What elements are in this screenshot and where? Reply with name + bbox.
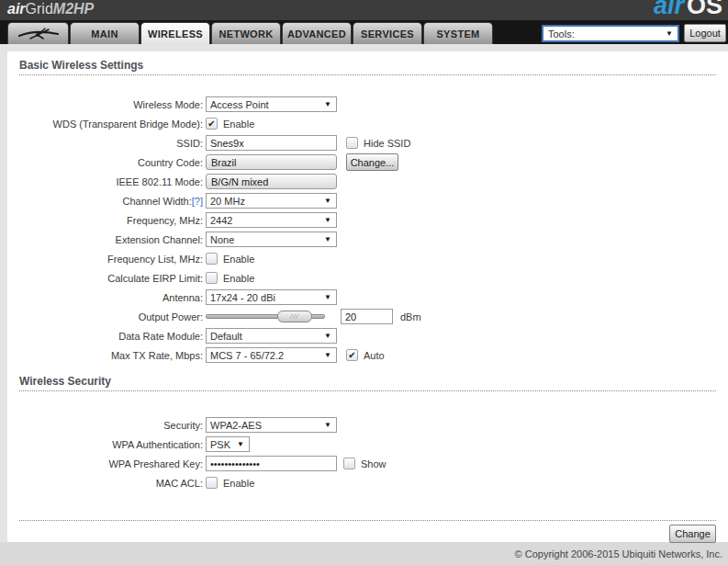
output-power-label: Output Power:	[19, 311, 203, 322]
chevron-down-icon: ▼	[324, 216, 331, 224]
mac-acl-checkbox[interactable]	[206, 477, 218, 489]
extension-channel-label: Extension Channel:	[19, 234, 203, 245]
device-brand-logo: airGridM2HP	[7, 1, 94, 17]
tab-home-logo[interactable]	[7, 22, 69, 44]
page-footer: © Copyright 2006-2015 Ubiquiti Networks,…	[0, 542, 728, 565]
channel-width-help-link[interactable]: [?]	[192, 196, 203, 207]
chevron-down-icon: ▼	[237, 440, 244, 448]
change-button[interactable]: Change	[669, 525, 716, 543]
antenna-label: Antenna:	[19, 292, 203, 303]
top-header: airGridM2HP airOS	[0, 0, 728, 20]
country-code-row: Country Code: Brazil Change...	[19, 153, 716, 172]
country-change-button[interactable]: Change...	[346, 153, 398, 171]
wpa-authentication-select[interactable]: PSK ▼	[206, 436, 250, 452]
show-key-checkbox[interactable]	[343, 458, 355, 469]
airos-os: OS	[687, 0, 722, 19]
logout-button[interactable]: Logout	[684, 24, 726, 42]
max-tx-rate-auto-label: Auto	[364, 350, 385, 361]
mac-acl-enable-label: Enable	[223, 478, 254, 489]
wds-enable-checkbox[interactable]: ✔	[206, 118, 218, 130]
frequency-list-row: Frequency List, MHz: Enable	[19, 249, 716, 268]
tab-system[interactable]: SYSTEM	[423, 22, 493, 44]
mac-acl-label: MAC ACL:	[19, 478, 203, 489]
tab-main[interactable]: MAIN	[70, 22, 140, 44]
mac-acl-row: MAC ACL: Enable	[19, 473, 716, 492]
chevron-down-icon: ▼	[666, 29, 673, 38]
basic-wireless-form: Wireless Mode: Access Point ▼ WDS (Trans…	[19, 95, 716, 365]
ssid-label: SSID:	[19, 138, 203, 149]
tab-main-label: MAIN	[91, 28, 118, 40]
ieee-mode-row: IEEE 802.11 Mode: B/G/N mixed	[19, 172, 716, 191]
security-row: Security: WPA2-AES ▼	[19, 415, 716, 435]
ieee-mode-label: IEEE 802.11 Mode:	[19, 176, 203, 187]
tab-services-label: SERVICES	[361, 28, 414, 40]
page-gap	[0, 44, 728, 51]
frequency-list-enable-label: Enable	[223, 254, 254, 265]
data-rate-module-select[interactable]: Default ▼	[206, 328, 337, 344]
output-power-slider[interactable]: ///	[206, 311, 325, 322]
extension-channel-value: None	[210, 234, 234, 245]
slider-handle[interactable]: ///	[277, 311, 312, 322]
frequency-label: Frequency, MHz:	[19, 215, 203, 226]
antenna-select[interactable]: 17x24 - 20 dBi ▼	[206, 289, 337, 305]
max-tx-rate-select[interactable]: MCS 7 - 65/72.2 ▼	[206, 347, 337, 363]
tab-services[interactable]: SERVICES	[353, 22, 422, 44]
data-rate-module-label: Data Rate Module:	[19, 331, 203, 342]
hide-ssid-checkbox[interactable]	[346, 137, 358, 149]
tools-dropdown-value: Tools:	[548, 28, 575, 40]
wireless-mode-value: Access Point	[210, 99, 269, 110]
basic-wireless-settings-title: Basic Wireless Settings	[19, 51, 716, 75]
eirp-limit-label: Calculate EIRP Limit:	[19, 273, 203, 284]
antenna-row: Antenna: 17x24 - 20 dBi ▼	[19, 288, 716, 307]
chevron-down-icon: ▼	[324, 332, 331, 340]
security-select[interactable]: WPA2-AES ▼	[206, 417, 337, 433]
slider-grip-icon: ///	[290, 312, 299, 321]
wds-row: WDS (Transparent Bridge Mode): ✔ Enable	[19, 114, 716, 133]
max-tx-rate-row: Max TX Rate, Mbps: MCS 7 - 65/72.2 ▼ ✔ A…	[19, 345, 716, 365]
ssid-row: SSID: Hide SSID	[19, 133, 716, 153]
frequency-value: 2442	[210, 215, 232, 226]
output-power-row: Output Power: /// dBm	[19, 307, 716, 326]
wpa-authentication-label: WPA Authentication:	[19, 439, 203, 450]
tools-dropdown[interactable]: Tools: ▼	[542, 25, 679, 42]
frequency-list-checkbox[interactable]	[206, 253, 218, 265]
wpa-preshared-key-input[interactable]	[206, 456, 337, 471]
tab-advanced-label: ADVANCED	[287, 28, 346, 40]
max-tx-rate-auto-checkbox[interactable]: ✔	[346, 349, 358, 361]
main-nav-tabbar: MAIN WIRELESS NETWORK ADVANCED SERVICES …	[0, 20, 728, 44]
wpa-authentication-value: PSK	[210, 439, 230, 450]
channel-width-label: Channel Width:[?]	[19, 196, 203, 207]
wireless-security-form: Security: WPA2-AES ▼ WPA Authentication:…	[19, 415, 716, 492]
wpa-preshared-key-row: WPA Preshared Key: Show	[19, 454, 716, 473]
brand-air: air	[7, 1, 26, 17]
tab-system-label: SYSTEM	[436, 28, 479, 40]
channel-width-select[interactable]: 20 MHz ▼	[206, 193, 337, 209]
brand-grid: Grid	[26, 1, 53, 17]
copyright-text: © Copyright 2006-2015 Ubiquiti Networks,…	[515, 548, 722, 559]
tab-network[interactable]: NETWORK	[211, 22, 281, 44]
wireless-mode-select[interactable]: Access Point ▼	[206, 96, 337, 112]
check-icon: ✔	[207, 119, 215, 129]
frequency-select[interactable]: 2442 ▼	[206, 212, 337, 228]
wireless-security-title: Wireless Security	[19, 367, 716, 391]
wireless-mode-label: Wireless Mode:	[19, 99, 203, 110]
data-rate-module-row: Data Rate Module: Default ▼	[19, 326, 716, 345]
wpa-preshared-key-label: WPA Preshared Key:	[19, 458, 203, 469]
country-code-label: Country Code:	[19, 157, 203, 168]
wds-enable-label: Enable	[223, 119, 254, 130]
frequency-row: Frequency, MHz: 2442 ▼	[19, 210, 716, 230]
security-value: WPA2-AES	[210, 420, 262, 431]
tab-advanced[interactable]: ADVANCED	[282, 22, 352, 44]
output-power-input[interactable]	[341, 309, 393, 324]
chevron-down-icon: ▼	[324, 100, 331, 108]
ieee-mode-field: B/G/N mixed	[206, 174, 337, 189]
extension-channel-select[interactable]: None ▼	[206, 232, 337, 247]
wireless-mode-row: Wireless Mode: Access Point ▼	[19, 95, 716, 114]
brand-model: M2HP	[53, 1, 94, 17]
ssid-input[interactable]	[206, 135, 337, 151]
max-tx-rate-value: MCS 7 - 65/72.2	[210, 350, 284, 361]
eirp-limit-checkbox[interactable]	[206, 272, 218, 284]
tab-wireless-label: WIRELESS	[148, 28, 203, 40]
wds-label: WDS (Transparent Bridge Mode):	[19, 119, 203, 130]
tab-wireless[interactable]: WIRELESS	[140, 22, 210, 44]
